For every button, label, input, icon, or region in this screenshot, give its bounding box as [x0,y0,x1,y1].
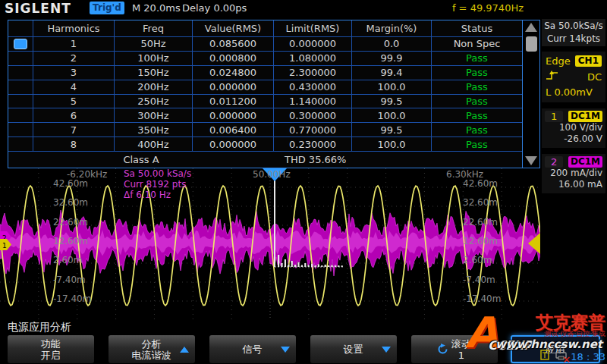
col-status: Status [432,20,522,36]
cell-margin: 0.0 [352,37,432,51]
menu-button-scroll[interactable]: 滚动1 [411,335,498,363]
table-row[interactable]: 7 350Hz 0.006400 0.770000 99.5 Pass [8,123,522,137]
trigger-source-badge: CH1 [575,55,602,67]
menu-button-label: 开启 [41,350,61,361]
row-select-cell [8,108,33,122]
col-harmonics: Harmonics [33,20,115,36]
trigger-coupling-label: DC [587,71,602,83]
oscilloscope-screen: SIGLENT Trig'd M 20.0ms Delay 0.00ps f =… [0,0,607,364]
menu-button-label: 电流谐波 [132,350,171,361]
chevron-down-icon [382,347,391,353]
cell-freq: 350Hz [115,123,193,136]
grid-label-right: -7.40m [463,275,495,285]
cell-harmonic: 8 [33,137,115,151]
cell-value: 0.000800 [193,52,274,65]
thd-readout: THD 35.66% [274,152,522,168]
grid-label-left: 22.60m [53,217,88,228]
cell-value: 0.011200 [193,95,274,108]
cell-value: 0.085600 [193,37,274,51]
cell-margin: 100.0 [352,108,432,122]
menu-button-analysis-type[interactable]: 分析电流谐波 [109,335,195,363]
table-row[interactable]: 6 300Hz 0.000000 0.300000 100.0 Pass [8,108,522,123]
top-status-bar: SIGLENT Trig'd M 20.0ms Delay 0.00ps f =… [0,0,607,17]
table-row[interactable]: 4 200Hz 0.000000 0.430000 100.0 Pass [8,80,522,95]
grid-label-left: -7.40m [53,275,86,285]
cell-limit: 0.000000 [274,37,352,51]
channel1-info-box[interactable]: 1 DC1M 100 V/div -26.00 V [542,108,605,148]
table-footer-row: Class A THD 35.66% [8,152,522,168]
cell-harmonic: 3 [33,66,115,80]
sd-card-icon [539,349,552,362]
class-label: Class A [8,152,274,168]
clock-readout: 18 : 33 [571,351,605,362]
row-select-cell [8,52,33,65]
channel2-number: 2 [545,156,563,168]
scroll-down-icon[interactable] [525,156,537,165]
menu-button-label: 信号 [243,344,263,355]
svg-text:1: 1 [2,242,7,249]
grid-label-left: -17.40m [53,293,91,304]
cell-freq: 150Hz [115,66,193,80]
scroll-rotate-icon [437,344,448,355]
grid-label-left: 32.60m [53,197,88,208]
table-row[interactable]: 5 250Hz 0.011200 1.140000 99.5 Pass [8,95,522,109]
chevron-up-icon [180,347,189,353]
table-row[interactable]: 2 100Hz 0.000800 1.080000 99.9 Pass [8,52,522,66]
grid-label-right: -17.40m [463,293,501,304]
cell-limit: 1.080000 [274,52,352,65]
sample-rate-readout: Sa 50.0kSa/s [542,20,605,33]
harmonics-table: Harmonics Freq Value(RMS) Limit(RMS) Mar… [8,20,540,168]
scroll-up-icon[interactable] [525,23,537,32]
menu-slot: 分析电流谐波 [101,335,202,363]
cell-freq: 100Hz [115,52,193,65]
bottom-menu-bar: 电源应用分析 功能开启分析电流谐波信号设置滚动1应用 [0,320,607,364]
cell-status: Pass [432,80,522,94]
status-corner: ✕ 18 : 33 [539,349,605,362]
trigger-info-box: Edge CH1 DC L 0.00mV [542,52,605,102]
cell-freq: 200Hz [115,80,193,94]
cell-margin: 100.0 [352,80,432,94]
cell-value: 0.000000 [193,80,274,94]
grid-label-right: 22.60m [463,217,498,228]
cell-margin: 99.5 [352,95,432,108]
delay-readout: Delay 0.00ps [182,2,247,14]
table-body: 1 50Hz 0.085600 0.000000 0.0 Non Spec 2 … [8,37,522,152]
cell-margin: 99.9 [352,52,432,65]
grid-label-left: 2.60m [53,255,82,265]
scrollbar-thumb[interactable] [526,36,537,52]
fft-sample-rate: Sa 50.00 kSa/s [124,168,191,179]
select-column-header [8,20,33,36]
timebase-readout: M 20.0ms [132,2,181,14]
siglent-logo: SIGLENT [5,1,71,16]
row-select-cell [8,137,33,151]
row-select-cell [8,37,33,51]
right-sidebar: Sa 50.0kSa/s Curr 14kpts Edge CH1 DC L 0… [540,17,607,364]
table-scrollbar[interactable] [522,20,539,168]
table-row[interactable]: 3 150Hz 0.024800 2.300000 99.4 Pass [8,66,522,80]
channel1-scale-readout: 100 V/div [545,122,602,133]
channel2-scale-readout: 200 mA/div [545,168,602,179]
cell-value: 0.000000 [193,108,274,122]
frequency-counter-readout: f = 49.9740Hz [452,2,524,14]
menu-button-label: 分析 [142,338,162,350]
cell-status: Pass [432,52,522,65]
cell-limit: 0.300000 [274,108,352,122]
cell-margin: 99.5 [352,123,432,136]
row-select-indicator[interactable] [14,39,27,49]
menu-button-settings[interactable]: 设置 [310,335,397,363]
channel1-number: 1 [545,111,563,122]
cell-value: 0.000000 [193,137,274,151]
table-row[interactable]: 8 400Hz 0.000000 0.230000 100.0 Pass [8,137,522,152]
cell-freq: 250Hz [115,95,193,108]
rising-edge-icon [546,70,559,83]
cell-status: Pass [432,66,522,80]
menu-buttons: 功能开启分析电流谐波信号设置滚动1应用 [0,335,607,363]
grid-label-left: 12.60m [53,236,88,246]
menu-button-function-enable[interactable]: 功能开启 [8,335,94,363]
cell-limit: 1.140000 [274,95,352,108]
channel2-info-box[interactable]: 2 DC1M 200 mA/div 16.00 mA [542,154,605,193]
table-row[interactable]: 1 50Hz 0.085600 0.000000 0.0 Non Spec [8,37,522,52]
cell-status: Pass [432,108,522,122]
grid-label-right: 42.60m [463,178,498,189]
menu-button-signal[interactable]: 信号 [209,335,296,363]
